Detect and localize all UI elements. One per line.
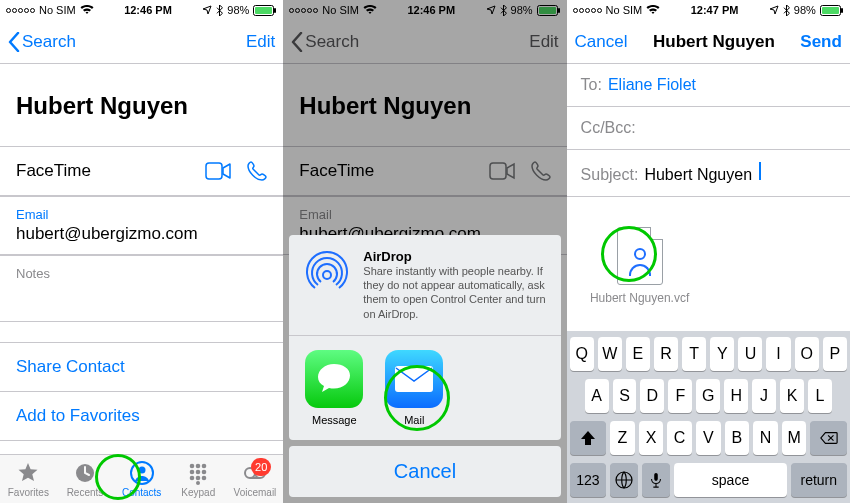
space-key[interactable]: space (674, 463, 786, 497)
bluetooth-icon (783, 5, 790, 16)
key-l[interactable]: L (808, 379, 832, 413)
key-d[interactable]: D (640, 379, 664, 413)
tab-label: Keypad (181, 487, 215, 498)
airdrop-icon (303, 249, 351, 297)
ccbcc-label: Cc/Bcc: (581, 119, 636, 137)
svg-point-9 (202, 463, 207, 468)
key-c[interactable]: C (667, 421, 692, 455)
facetime-video-icon[interactable] (205, 162, 231, 180)
key-g[interactable]: G (696, 379, 720, 413)
battery-icon (820, 5, 844, 16)
svg-rect-28 (841, 8, 843, 13)
svg-point-11 (196, 469, 201, 474)
edit-button[interactable]: Edit (246, 32, 275, 52)
airdrop-desc: Share instantly with people nearby. If t… (363, 264, 546, 321)
nav-bar: Cancel Hubert Nguyen Send (567, 20, 850, 64)
key-x[interactable]: X (639, 421, 664, 455)
facetime-audio-icon[interactable] (247, 161, 267, 181)
tab-label: Contacts (122, 487, 161, 498)
share-cancel-button[interactable]: Cancel (289, 446, 560, 497)
tab-voicemail[interactable]: Voicemail 20 (227, 455, 284, 503)
key-u[interactable]: U (738, 337, 762, 371)
notes-section[interactable]: Notes (0, 255, 283, 322)
wifi-icon (80, 5, 94, 15)
svg-rect-1 (255, 7, 272, 14)
keyboard-row: 123 space return (570, 463, 847, 497)
mail-body[interactable]: Hubert Nguyen.vcf (567, 197, 850, 315)
messages-icon (305, 350, 363, 408)
svg-point-7 (190, 463, 195, 468)
key-b[interactable]: B (725, 421, 750, 455)
back-button[interactable]: Search (8, 32, 76, 52)
key-s[interactable]: S (613, 379, 637, 413)
svg-point-15 (202, 475, 207, 480)
backspace-key[interactable] (810, 421, 846, 455)
clock-icon (73, 461, 97, 485)
globe-key[interactable] (610, 463, 638, 497)
svg-point-13 (190, 475, 195, 480)
svg-point-16 (196, 481, 200, 485)
backspace-icon (820, 429, 838, 447)
star-icon (16, 461, 40, 485)
location-icon (202, 5, 212, 15)
ccbcc-field[interactable]: Cc/Bcc: (567, 107, 850, 150)
add-favorites-button[interactable]: Add to Favorites (0, 392, 283, 441)
battery-icon (253, 5, 277, 16)
key-e[interactable]: E (626, 337, 650, 371)
key-m[interactable]: M (782, 421, 807, 455)
key-r[interactable]: R (654, 337, 678, 371)
numbers-key[interactable]: 123 (570, 463, 607, 497)
key-o[interactable]: O (795, 337, 819, 371)
tab-favorites[interactable]: Favorites (0, 455, 57, 503)
screen-contact-detail: No SIM 12:46 PM 98% Search Edit Hubert N… (0, 0, 283, 503)
mail-icon (385, 350, 443, 408)
airdrop-row[interactable]: AirDrop Share instantly with people near… (289, 235, 560, 336)
share-app-mail[interactable]: Mail (385, 350, 443, 426)
signal-dots-icon (573, 8, 602, 13)
email-label: Email (16, 207, 267, 222)
tab-contacts[interactable]: Contacts (113, 455, 170, 503)
cancel-button[interactable]: Cancel (575, 32, 628, 52)
key-z[interactable]: Z (610, 421, 635, 455)
key-f[interactable]: F (668, 379, 692, 413)
tab-label: Voicemail (234, 487, 277, 498)
carrier-label: No SIM (39, 4, 76, 16)
send-button[interactable]: Send (800, 32, 842, 52)
subject-field[interactable]: Subject: Hubert Nguyen (567, 150, 850, 197)
status-time: 12:46 PM (124, 4, 172, 16)
shift-key[interactable] (570, 421, 606, 455)
text-cursor-icon (759, 162, 761, 180)
key-p[interactable]: P (823, 337, 847, 371)
share-contact-button[interactable]: Share Contact (0, 342, 283, 392)
app-label: Message (312, 414, 357, 426)
app-label: Mail (404, 414, 424, 426)
key-k[interactable]: K (780, 379, 804, 413)
key-v[interactable]: V (696, 421, 721, 455)
nav-bar: Search Edit (0, 20, 283, 64)
share-sheet: AirDrop Share instantly with people near… (289, 235, 560, 497)
return-key[interactable]: return (791, 463, 847, 497)
key-y[interactable]: Y (710, 337, 734, 371)
dictation-key[interactable] (642, 463, 670, 497)
svg-point-24 (323, 271, 331, 279)
nav-title: Hubert Nguyen (653, 32, 775, 52)
key-t[interactable]: T (682, 337, 706, 371)
status-bar: No SIM 12:46 PM 98% (0, 0, 283, 20)
to-field[interactable]: To: Eliane Fiolet (567, 64, 850, 107)
key-h[interactable]: H (724, 379, 748, 413)
key-q[interactable]: Q (570, 337, 594, 371)
share-app-message[interactable]: Message (305, 350, 363, 426)
key-a[interactable]: A (585, 379, 609, 413)
voicemail-badge: 20 (251, 458, 271, 476)
keyboard-row: ASDFGHJKL (570, 379, 847, 413)
keyboard-row: QWERTYUIOP (570, 337, 847, 371)
key-w[interactable]: W (598, 337, 622, 371)
vcf-attachment[interactable]: Hubert Nguyen.vcf (585, 227, 695, 305)
key-n[interactable]: N (753, 421, 778, 455)
tab-keypad[interactable]: Keypad (170, 455, 227, 503)
email-value: hubert@ubergizmo.com (16, 224, 267, 244)
key-j[interactable]: J (752, 379, 776, 413)
key-i[interactable]: I (766, 337, 790, 371)
email-section[interactable]: Email hubert@ubergizmo.com (0, 196, 283, 255)
tab-recents[interactable]: Recents (57, 455, 114, 503)
